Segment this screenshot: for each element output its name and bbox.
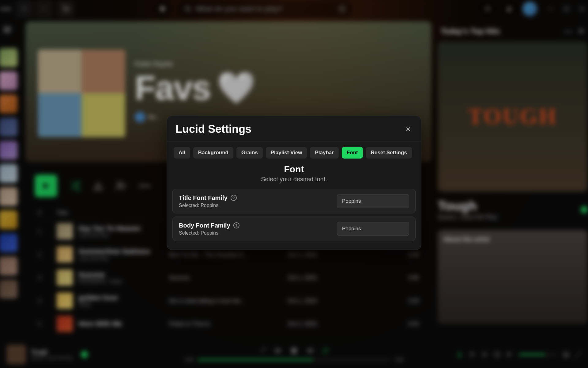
section-subtitle: Select your desired font. <box>167 176 421 183</box>
settings-tabs: AllBackgroundGrainsPlaylist ViewPlaybarF… <box>167 141 421 162</box>
help-icon[interactable]: ? <box>233 222 239 228</box>
modal-overlay[interactable]: Lucid Settings AllBackgroundGrainsPlayli… <box>0 0 588 368</box>
setting-selected-text: Selected: Poppins <box>179 230 239 236</box>
tab-reset-settings[interactable]: Reset Settings <box>366 147 412 159</box>
tab-background[interactable]: Background <box>193 147 233 159</box>
tab-playlist-view[interactable]: Playlist View <box>266 147 307 159</box>
setting-title-font-family: Title Font Family ? Selected: Poppins Po… <box>172 189 416 213</box>
setting-body-font-family: Body Font Family ? Selected: Poppins Pop… <box>172 217 416 241</box>
setting-label: Title Font Family <box>179 194 228 201</box>
modal-title: Lucid Settings <box>175 123 251 136</box>
tab-all[interactable]: All <box>174 147 190 159</box>
close-button[interactable] <box>404 125 413 133</box>
tab-grains[interactable]: Grains <box>236 147 263 159</box>
select-body-font-family[interactable]: Poppins <box>337 222 409 236</box>
tab-playbar[interactable]: Playbar <box>310 147 338 159</box>
help-icon[interactable]: ? <box>231 195 237 201</box>
tab-font[interactable]: Font <box>342 147 363 159</box>
setting-label: Body Font Family <box>179 222 230 229</box>
section-title: Font <box>167 164 421 174</box>
close-icon <box>405 126 412 132</box>
setting-selected-text: Selected: Poppins <box>179 203 237 208</box>
select-title-font-family[interactable]: Poppins <box>337 194 409 208</box>
settings-modal: Lucid Settings AllBackgroundGrainsPlayli… <box>167 116 421 250</box>
